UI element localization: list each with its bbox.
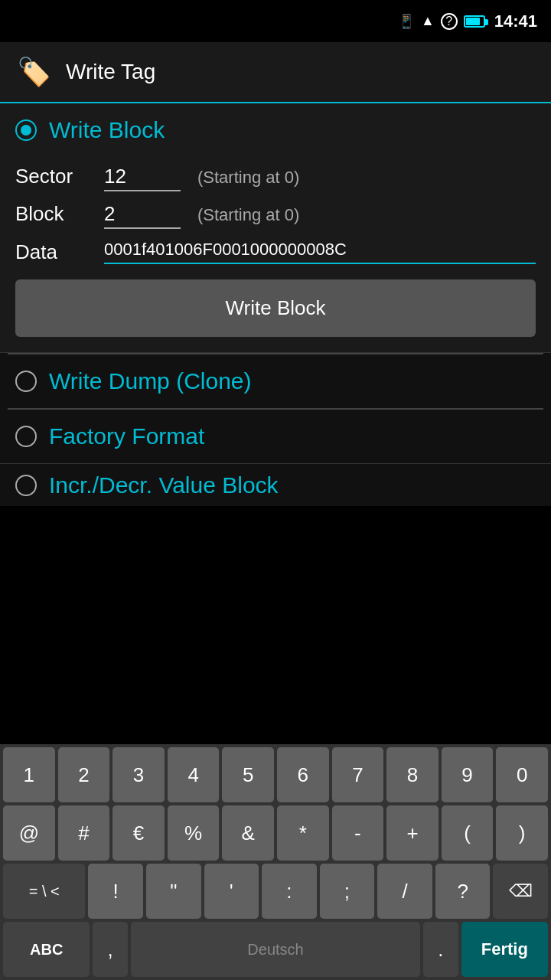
kb-row-symbols1: @ # € % & * - + ( ) [0,802,551,861]
key-lparen[interactable]: ( [442,805,494,861]
key-comma[interactable]: , [93,922,127,977]
clock: 14:41 [494,11,537,31]
sector-row: Sector 12 (Starting at 0) [15,165,536,191]
app-icon: 🏷️ [15,54,52,90]
write-block-section: Write Block Sector 12 (Starting at 0) Bl… [0,103,551,353]
key-0[interactable]: 0 [496,747,548,802]
wifi-icon: ▲ [421,13,435,29]
write-block-radio[interactable] [15,119,37,141]
battery-indicator [464,15,485,28]
key-9[interactable]: 9 [442,747,494,802]
key-backspace[interactable]: ⌫ [493,864,548,919]
key-1[interactable]: 1 [3,747,55,802]
key-question[interactable]: ? [435,864,491,919]
key-8[interactable]: 8 [386,747,439,802]
write-block-form: Sector 12 (Starting at 0) Block 2 (Start… [0,157,551,352]
write-block-title: Write Block [49,117,165,143]
key-2[interactable]: 2 [58,747,110,802]
status-bar: 📱 ▲ ? 14:41 [0,0,551,42]
sector-hint: (Starting at 0) [197,168,299,188]
write-block-button[interactable]: Write Block [15,279,536,337]
kb-row-numbers: 1 2 3 4 5 6 7 8 9 0 [0,744,551,802]
block-value: 2 [104,202,150,226]
key-rparen[interactable]: ) [496,805,548,861]
block-hint: (Starting at 0) [197,205,299,225]
key-period[interactable]: . [423,922,458,977]
key-minus[interactable]: - [332,805,384,861]
key-4[interactable]: 4 [168,747,220,802]
sector-underline [104,190,181,191]
sim-icon: 📱 [398,13,415,30]
key-exclaim[interactable]: ! [88,864,143,919]
write-block-header[interactable]: Write Block [0,103,551,157]
key-done[interactable]: Fertig [461,922,548,977]
key-3[interactable]: 3 [112,747,165,802]
key-slash[interactable]: / [377,864,432,919]
key-7[interactable]: 7 [332,747,384,802]
factory-format-section[interactable]: Factory Format [0,410,551,464]
block-underline [104,227,181,229]
block-row: Block 2 (Starting at 0) [15,202,536,229]
sector-input-wrap[interactable]: 12 [104,165,181,191]
key-plus[interactable]: + [386,805,439,861]
partial-radio[interactable] [15,475,37,496]
write-dump-title: Write Dump (Clone) [49,368,252,394]
sector-value: 12 [104,165,150,188]
factory-format-title: Factory Format [49,423,204,449]
data-row: Data [15,240,536,264]
question-icon: ? [441,13,458,30]
key-hash[interactable]: # [58,805,110,861]
data-input[interactable] [104,240,536,264]
key-special-chars[interactable]: = \ < [3,864,85,919]
partial-section[interactable]: Incr./Decr. Value Block [0,464,551,506]
key-asterisk[interactable]: * [277,805,329,861]
app-title: Write Tag [66,60,155,84]
key-dquote[interactable]: " [146,864,201,919]
factory-format-radio[interactable] [15,426,37,447]
app-bar: 🏷️ Write Tag [0,42,551,103]
key-at[interactable]: @ [3,805,55,861]
kb-row-symbols2: = \ < ! " ' : ; / ? ⌫ [0,861,551,919]
key-space[interactable]: Deutsch [131,922,420,977]
key-ampersand[interactable]: & [222,805,274,861]
keyboard: 1 2 3 4 5 6 7 8 9 0 @ # € % & * - + ( ) … [0,744,551,980]
key-semicolon[interactable]: ; [320,864,375,919]
main-content: Write Block Sector 12 (Starting at 0) Bl… [0,103,551,506]
key-6[interactable]: 6 [277,747,329,802]
key-abc[interactable]: ABC [3,922,90,977]
write-dump-section[interactable]: Write Dump (Clone) [0,354,551,408]
block-input-wrap[interactable]: 2 [104,202,181,229]
data-label: Data [15,240,92,264]
key-5[interactable]: 5 [222,747,274,802]
key-euro[interactable]: € [112,805,165,861]
sector-label: Sector [15,165,92,188]
key-percent[interactable]: % [168,805,220,861]
partial-title: Incr./Decr. Value Block [49,472,279,498]
key-colon[interactable]: : [262,864,317,919]
write-dump-radio[interactable] [15,371,37,392]
kb-row-bottom: ABC , Deutsch . Fertig [0,919,551,980]
key-squote[interactable]: ' [204,864,259,919]
block-label: Block [15,202,92,226]
